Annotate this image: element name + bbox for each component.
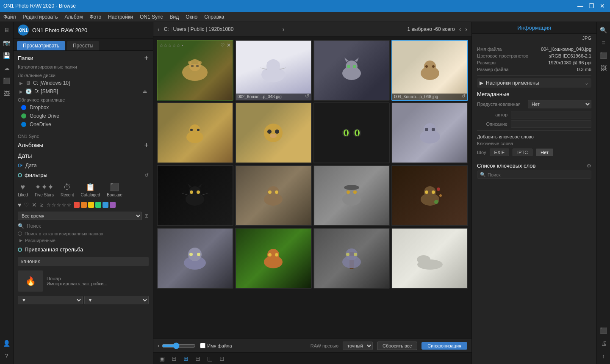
sort-select-1[interactable]: ▼ [18, 296, 83, 304]
help-icon[interactable]: ? [1, 350, 12, 361]
date-item[interactable]: ⟳ Дата [14, 161, 153, 170]
folder-d[interactable]: ▶ 💽 D: [SMBB] ⏏ [18, 87, 149, 96]
print-strip-icon[interactable]: 🖨 [598, 338, 609, 349]
kw-search-input[interactable] [488, 172, 588, 177]
cell-2-rotate[interactable]: ↺ [305, 93, 309, 99]
image-bottom-strip-icon[interactable]: ⬛ [598, 325, 609, 336]
attached-title[interactable]: Привязанная стрельба [18, 246, 149, 253]
kw-settings-icon[interactable]: ⚙ [587, 163, 591, 169]
reset-all-btn[interactable]: Сбросить все [377, 342, 417, 350]
filter-cataloged[interactable]: 📋 Cataloged [81, 182, 100, 197]
view-single-icon[interactable]: ▣ [158, 354, 166, 363]
add-keyword-link[interactable]: Добавить ключевое слово [477, 134, 591, 139]
search-input[interactable] [27, 223, 149, 229]
grid-cell-11[interactable] [313, 165, 390, 226]
grid-cell-4[interactable]: 004_Кошко...p_048.jpg ↺ [391, 40, 468, 101]
heart-empty-icon[interactable]: ♡ [24, 201, 29, 208]
description-field[interactable] [511, 120, 591, 128]
sliders-strip-icon[interactable]: ≡ [598, 37, 609, 48]
swatch-yellow[interactable] [88, 202, 94, 208]
menu-photo[interactable]: Фото [89, 14, 101, 20]
nav-forward-btn[interactable]: › [283, 26, 285, 33]
filter-x-icon[interactable]: ✕ [32, 201, 37, 208]
menu-window[interactable]: Окно [186, 14, 197, 20]
person-icon[interactable]: 👤 [1, 338, 12, 349]
menu-settings[interactable]: Настройки [108, 14, 133, 20]
drive-icon[interactable]: 💾 [1, 50, 12, 61]
menu-on1sync[interactable]: ON1 Sync [140, 14, 163, 20]
thumb-size-minus[interactable]: ▪ [158, 343, 159, 349]
monitor-icon[interactable]: 🖥 [1, 25, 12, 36]
info-tab[interactable]: Информация [517, 25, 551, 31]
menu-file[interactable]: Файл [3, 14, 16, 20]
cloud-upload-icon[interactable]: ☁ [1, 63, 12, 74]
filter-recent[interactable]: ⏱ Recent [61, 183, 74, 197]
grid-cell-12[interactable] [391, 165, 468, 226]
grid-cell-10[interactable] [235, 165, 312, 226]
photo-stack-icon[interactable]: 🖼 [1, 88, 12, 99]
import-link[interactable]: Импортировать настройки... [47, 281, 108, 286]
maximize-btn[interactable]: ❐ [587, 3, 596, 9]
image-strip-icon[interactable]: 🖼 [598, 63, 609, 74]
author-field[interactable] [511, 111, 591, 119]
filters-reset-icon[interactable]: ↺ [144, 172, 149, 178]
dropbox-item[interactable]: Dropbox [18, 103, 149, 112]
info-strip-icon[interactable]: 🔍 [598, 25, 609, 36]
grid-cell-5[interactable] [157, 102, 233, 163]
onedrive-item[interactable]: OneDrive [18, 120, 149, 129]
sync-btn[interactable]: Синхронизация [421, 342, 467, 350]
export-strip-icon[interactable]: ↑ [598, 350, 609, 361]
eject-icon[interactable]: ⏏ [143, 89, 147, 94]
grid-cell-8[interactable] [391, 102, 468, 163]
sort-select-2[interactable]: ▼ [84, 296, 149, 304]
minimize-btn[interactable]: — [576, 3, 585, 9]
view-grid-lg-icon[interactable]: ⊟ [194, 354, 202, 363]
menu-edit[interactable]: Редактировать [23, 14, 58, 20]
filter-fivestars[interactable]: ✦✦✦ Five Stars [35, 182, 54, 197]
view-grid-icon[interactable]: ⊞ [182, 354, 190, 363]
add-album-btn[interactable]: + [144, 141, 149, 149]
view-tether-icon[interactable]: ⊡ [218, 354, 226, 363]
grid-cell-2[interactable]: 002_Кошко...p_048.jpg ↺ [235, 40, 312, 101]
tab-presets[interactable]: Пресеты [67, 41, 99, 50]
settings-applied-row[interactable]: ▶ Настройки применены ⌄ [477, 78, 591, 88]
nav-back-btn[interactable]: ‹ [158, 26, 160, 33]
swatch-red[interactable] [74, 202, 80, 208]
filter-more[interactable]: ⬛ Больше [107, 182, 122, 197]
thumb-size-slider[interactable] [162, 342, 196, 349]
camera-input[interactable] [18, 257, 149, 266]
catalog-search-radio[interactable]: Поиск в каталогизированных папках [14, 230, 153, 237]
folder-c[interactable]: ▶ 🖥 C: [Windows 10] [18, 79, 149, 87]
grid-view-icon[interactable]: ⊞ [144, 213, 149, 219]
swatch-purple[interactable] [110, 202, 116, 208]
raw-preview-select[interactable]: точный [343, 342, 373, 350]
cell-4-rotate[interactable]: ↺ [461, 93, 466, 99]
menu-album[interactable]: Альбом [64, 14, 83, 20]
heart-fill-icon[interactable]: ♥ [18, 201, 21, 208]
menu-view[interactable]: Вид [170, 14, 179, 20]
grid-cell-13[interactable] [157, 228, 233, 289]
time-filter-select[interactable]: Все время [18, 212, 142, 220]
add-folder-btn[interactable]: + [144, 54, 149, 62]
cell-1-heart[interactable]: ♡ [220, 42, 225, 48]
show-iptc-btn[interactable]: IPTC [513, 149, 532, 156]
grid-cell-16[interactable] [391, 228, 468, 289]
grid-cell-15[interactable] [313, 228, 390, 289]
swatch-orange[interactable] [81, 202, 87, 208]
grid-cell-9[interactable] [157, 165, 233, 226]
preset-select[interactable]: Нет [528, 100, 591, 108]
gdrive-item[interactable]: Google Drive [18, 112, 149, 120]
layers-icon[interactable]: ⬛ [1, 75, 12, 86]
tab-browse[interactable]: Просматривать [17, 41, 65, 50]
prev-page-btn[interactable]: ‹ [459, 26, 461, 33]
grid-cell-7[interactable] [313, 102, 390, 163]
filename-checkbox[interactable] [200, 343, 205, 348]
swatch-blue[interactable] [103, 202, 108, 208]
view-film-icon[interactable]: ⊟ [170, 354, 178, 363]
close-btn[interactable]: ✕ [598, 3, 607, 9]
menu-help[interactable]: Справка [204, 14, 224, 20]
grid-cell-1[interactable]: ☆☆☆☆☆ ▪ ♡ ✕ [157, 40, 233, 101]
grid-cell-3[interactable] [313, 40, 390, 101]
view-compare-icon[interactable]: ◫ [205, 354, 214, 363]
layers-strip-icon[interactable]: ⬛ [598, 50, 609, 61]
